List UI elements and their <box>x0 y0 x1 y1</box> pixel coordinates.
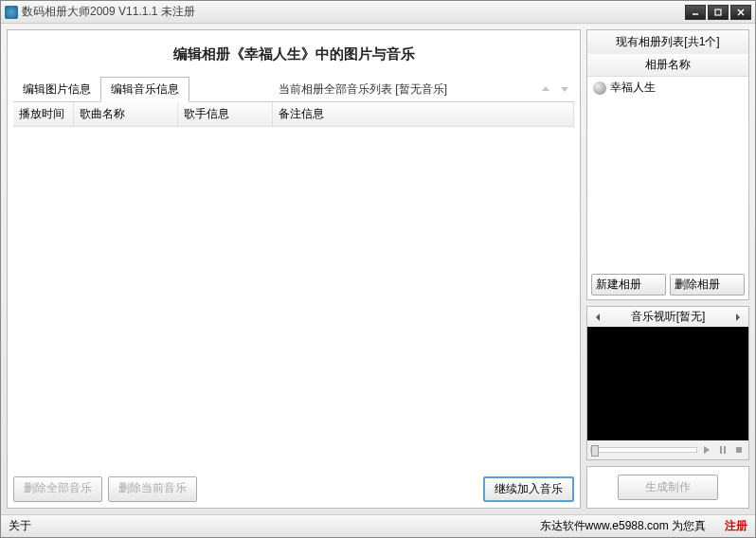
svg-rect-1 <box>715 9 721 15</box>
app-icon <box>5 6 18 19</box>
progress-bar[interactable] <box>590 447 697 453</box>
maximize-button[interactable] <box>708 5 729 20</box>
statusbar: 关于 东达软件www.e5988.com 为您真 注册 <box>1 514 755 537</box>
window-controls <box>685 5 751 20</box>
preview-next-button[interactable] <box>731 311 745 324</box>
delete-album-button[interactable]: 删除相册 <box>670 274 745 296</box>
player-controls <box>587 440 748 459</box>
move-down-button[interactable] <box>557 81 572 97</box>
pause-button[interactable] <box>716 443 729 457</box>
register-link[interactable]: 注册 <box>725 518 747 534</box>
preview-title-row: 音乐视听[暂无] <box>587 307 748 327</box>
delete-all-music-button[interactable]: 删除全部音乐 <box>13 476 102 502</box>
album-list-box: 现有相册列表[共1个] 相册名称 幸福人生 新建相册 删除相册 <box>586 29 749 300</box>
move-up-button[interactable] <box>538 81 553 97</box>
window-title: 数码相册大师2009 V11.1.1 未注册 <box>22 4 685 20</box>
tab-edit-image[interactable]: 编辑图片信息 <box>13 78 100 101</box>
col-play-time[interactable]: 播放时间 <box>13 102 74 126</box>
generate-box: 生成制作 <box>586 466 749 509</box>
col-singer-info[interactable]: 歌手信息 <box>178 102 273 126</box>
album-item[interactable]: 幸福人生 <box>587 77 748 99</box>
svg-rect-5 <box>724 446 726 454</box>
music-list-label: 当前相册全部音乐列表 [暂无音乐] <box>189 81 536 98</box>
app-window: 数码相册大师2009 V11.1.1 未注册 编辑相册《幸福人生》中的图片与音乐… <box>0 0 756 538</box>
album-list-header[interactable]: 相册名称 <box>587 54 748 77</box>
album-icon <box>593 81 606 95</box>
minimize-button[interactable] <box>685 5 706 20</box>
album-list[interactable]: 幸福人生 <box>587 77 748 270</box>
music-table-header: 播放时间 歌曲名称 歌手信息 备注信息 <box>13 102 574 127</box>
music-table-body[interactable] <box>13 127 574 471</box>
col-remark[interactable]: 备注信息 <box>273 102 574 126</box>
svg-rect-6 <box>736 447 742 453</box>
continue-add-music-button[interactable]: 继续加入音乐 <box>483 476 574 502</box>
preview-title: 音乐视听[暂无] <box>604 309 731 325</box>
tab-edit-music[interactable]: 编辑音乐信息 <box>100 77 189 102</box>
album-buttons: 新建相册 删除相册 <box>587 270 748 299</box>
main-panel: 编辑相册《幸福人生》中的图片与音乐 编辑图片信息 编辑音乐信息 当前相册全部音乐… <box>7 29 581 509</box>
close-button[interactable] <box>730 5 751 20</box>
music-preview-box: 音乐视听[暂无] <box>586 306 749 460</box>
album-item-label: 幸福人生 <box>610 80 656 96</box>
preview-prev-button[interactable] <box>591 311 604 324</box>
status-right: 东达软件www.e5988.com 为您真 注册 <box>540 518 747 534</box>
delete-current-music-button[interactable]: 删除当前音乐 <box>108 476 197 502</box>
main-title: 编辑相册《幸福人生》中的图片与音乐 <box>13 36 574 77</box>
svg-rect-4 <box>720 446 722 454</box>
progress-thumb[interactable] <box>591 445 599 457</box>
company-text: 东达软件www.e5988.com 为您真 <box>540 518 706 534</box>
tabs-row: 编辑图片信息 编辑音乐信息 当前相册全部音乐列表 [暂无音乐] <box>13 77 574 102</box>
generate-button[interactable]: 生成制作 <box>618 475 718 500</box>
col-song-name[interactable]: 歌曲名称 <box>74 102 178 126</box>
content-area: 编辑相册《幸福人生》中的图片与音乐 编辑图片信息 编辑音乐信息 当前相册全部音乐… <box>1 24 755 514</box>
preview-video-area[interactable] <box>587 327 748 440</box>
stop-button[interactable] <box>732 443 746 457</box>
main-bottom-bar: 删除全部音乐 删除当前音乐 继续加入音乐 <box>13 471 574 502</box>
side-panel: 现有相册列表[共1个] 相册名称 幸福人生 新建相册 删除相册 音乐视听[暂无] <box>586 29 749 509</box>
play-button[interactable] <box>700 443 713 457</box>
album-list-title: 现有相册列表[共1个] <box>587 30 748 54</box>
titlebar[interactable]: 数码相册大师2009 V11.1.1 未注册 <box>1 1 755 24</box>
about-link[interactable]: 关于 <box>9 518 50 534</box>
new-album-button[interactable]: 新建相册 <box>591 274 666 296</box>
